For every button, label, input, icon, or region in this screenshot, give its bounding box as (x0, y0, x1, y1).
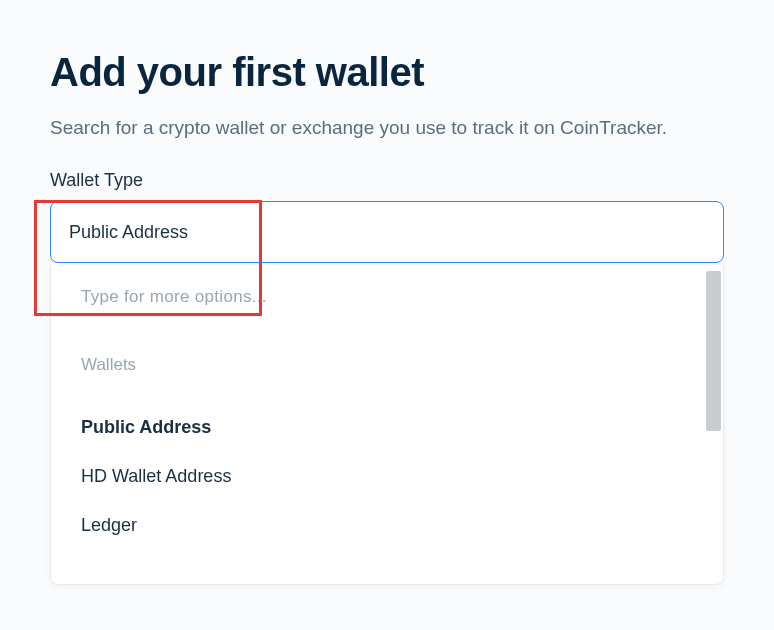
wallet-type-input[interactable] (50, 201, 724, 263)
page-subtitle: Search for a crypto wallet or exchange y… (50, 113, 724, 142)
dropdown-group-label: Wallets (81, 355, 693, 375)
dropdown-option-public-address[interactable]: Public Address (81, 403, 693, 452)
wallet-type-label: Wallet Type (50, 170, 724, 191)
dropdown-hint: Type for more options... (81, 287, 693, 307)
scrollbar-thumb[interactable] (706, 271, 721, 431)
dropdown-option-hd-wallet[interactable]: HD Wallet Address (81, 452, 693, 501)
page-title: Add your first wallet (50, 50, 724, 95)
add-wallet-panel: Add your first wallet Search for a crypt… (0, 0, 774, 585)
wallet-type-dropdown: Type for more options... Wallets Public … (50, 265, 724, 585)
dropdown-option-ledger[interactable]: Ledger (81, 501, 693, 550)
